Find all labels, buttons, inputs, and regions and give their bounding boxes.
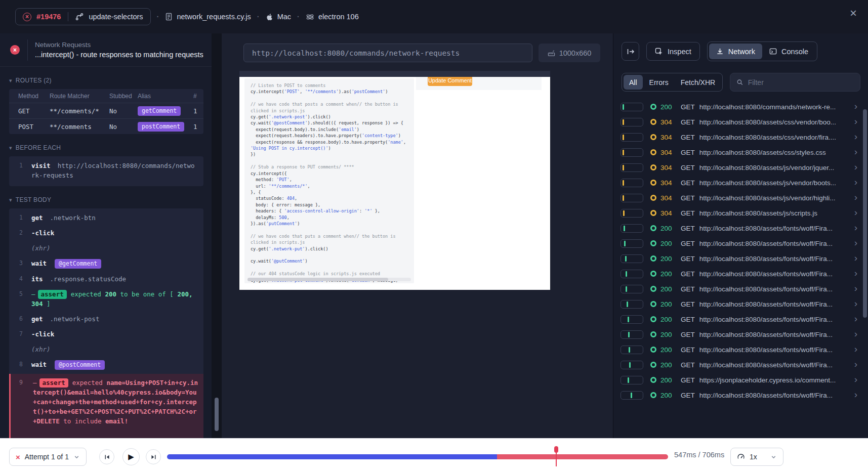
command-row[interactable]: 3 wait@getComment [9,256,203,272]
network-request-row[interactable]: 304 GET http://localhost:8080/assets/css… [613,114,861,130]
collapse-panel-button[interactable] [622,42,639,61]
network-request-row[interactable]: 304 GET http://localhost:8080/assets/js/… [613,205,861,221]
network-request-row[interactable]: 304 GET http://localhost:8080/assets/css… [613,130,861,145]
command-row[interactable]: 4 its.response.statusCode [9,272,203,287]
network-request-row[interactable]: 200 GET http://localhost:8080/assets/fon… [613,281,861,296]
devtools-scrollbar-thumb[interactable] [863,109,867,318]
timeline-marker[interactable] [556,446,557,466]
command-assert-failed[interactable]: 9 –assertexpected name=Using+POST+in+cy.… [9,374,203,438]
network-request-row[interactable]: 304 GET http://localhost:8080/assets/js/… [613,190,861,205]
timeline-progress [167,454,497,459]
routes-section-header[interactable]: ▾ ROUTES (2) [9,77,212,84]
command-event-row[interactable]: (xhr) [9,342,203,357]
command-row[interactable]: 6 get.network-post [9,312,203,327]
filter-tab-fetchxhr[interactable]: Fetch/XHR [675,75,721,90]
network-request-row[interactable]: 200 GET http://localhost:8080/assets/fon… [613,327,861,342]
request-timing-bar [621,239,643,248]
request-status-icon [650,134,656,140]
chevron-down-icon: ▾ [9,197,12,203]
request-url: http://localhost:8080/assets/js/scripts.… [699,209,851,217]
route-row[interactable]: GET **/comments/* No getComment 1 [9,103,203,118]
request-timing-bar [621,209,643,218]
command-row[interactable]: 7 -click [9,327,203,342]
skip-to-end-button[interactable] [146,449,161,464]
divider [68,12,68,21]
network-request-row[interactable]: 304 GET http://localhost:8080/assets/js/… [613,175,861,190]
close-button[interactable]: × [850,7,857,19]
network-request-row[interactable]: 200 GET http://localhost:8080/assets/fon… [613,387,861,403]
assert-badge: assert [38,290,67,299]
command-assert-passed[interactable]: 5 –assertexpected 200 to be one of [ 200… [9,287,203,312]
request-status: 200 [660,361,679,369]
command-row[interactable]: 8 wait@postComment [9,357,203,373]
request-timing-bar [621,391,643,400]
network-filter-tabs: AllErrorsFetch/XHR [622,73,723,92]
network-request-row[interactable]: 200 GET http://localhost:8080/assets/fon… [613,296,861,312]
request-timing-bar [621,285,643,293]
timeline-scrubber[interactable] [167,454,668,459]
network-request-row[interactable]: 200 GET http://localhost:8080/assets/fon… [613,221,861,236]
playback-speed-selector[interactable]: 1x [730,448,783,466]
scrollbar-thumb[interactable] [215,398,219,431]
network-request-row[interactable]: 200 GET http://localhost:8080/assets/fon… [613,342,861,357]
request-method: GET [681,376,695,384]
command-row[interactable]: 2 -click [9,226,203,241]
console-icon [769,48,777,55]
filter-tab-all[interactable]: All [624,75,643,90]
tab-console[interactable]: Console [762,44,815,59]
command-event-row[interactable]: (xhr) [9,241,203,256]
inspect-button[interactable]: Inspect [646,42,700,61]
chevron-right-icon: › [854,389,857,400]
chevron-right-icon: › [854,192,857,203]
scrollbar-thumb[interactable] [247,278,388,281]
request-timing-bar [621,194,643,202]
alias-badge: @getComment [55,259,101,269]
run-info-pill[interactable]: × #19476 update-selectors [15,8,151,25]
network-request-row[interactable]: 200 GET http://localhost:8080/assets/fon… [613,236,861,251]
routes-table-header: MethodRoute MatcherStubbedAlias# [9,89,203,103]
chevron-right-icon: › [854,131,857,142]
request-status: 304 [660,179,679,187]
request-timing-bar [621,346,643,354]
code-horizontal-scrollbar[interactable] [247,278,411,281]
command-row[interactable]: 1 visithttp://localhost:8080/commands/ne… [9,158,203,183]
network-request-row[interactable]: 304 GET http://localhost:8080/assets/css… [613,145,861,160]
filter-tab-errors[interactable]: Errors [644,75,674,90]
aut-url-input[interactable] [243,44,532,62]
chevron-right-icon: › [854,268,857,279]
request-status-icon [650,240,656,246]
chevron-right-icon: › [854,374,857,385]
attempt-failed-icon: × [16,453,20,461]
request-url: http://localhost:8080/assets/fonts/woff/… [699,255,851,263]
command-row[interactable]: 1 get.network-btn [9,210,203,226]
test-body-section-header[interactable]: ▾ TEST BODY [9,196,212,203]
network-request-row[interactable]: 200 GET http://localhost:8080/assets/fon… [613,251,861,266]
tab-network[interactable]: Network [709,44,762,59]
network-request-row[interactable]: 200 GET http://localhost:8080/commands/n… [613,99,861,114]
spec-file-item[interactable]: network_requests.cy.js [165,13,251,21]
skip-to-start-button[interactable] [99,449,114,464]
reporter-scrollbar[interactable] [212,33,222,438]
network-request-row[interactable]: 200 GET http://localhost:8080/assets/fon… [613,312,861,327]
network-request-row[interactable]: 200 GET http://localhost:8080/assets/fon… [613,266,861,281]
viewport-size: 1000x660 [559,49,592,57]
chevron-right-icon: › [854,146,857,157]
routes-table: MethodRoute MatcherStubbedAlias# GET **/… [9,89,203,134]
chevron-right-icon: › [854,161,857,173]
before-each-section-header[interactable]: ▾ BEFORE EACH [9,144,212,151]
speed-label: 1x [750,453,757,461]
filter-field[interactable] [730,73,860,92]
play-button[interactable]: ▶ [122,448,140,465]
network-request-row[interactable]: 200 GET https://jsonplaceholder.cypress.… [613,372,861,387]
request-timing-bar [621,224,643,233]
timeline-marker-knob[interactable] [554,446,558,453]
network-request-row[interactable]: 304 GET http://localhost:8080/assets/js/… [613,160,861,175]
request-status: 304 [660,149,679,156]
aut-navbar [239,71,550,77]
route-row[interactable]: POST **/comments No postComment 1 [9,118,203,134]
filter-input[interactable] [748,78,854,87]
request-method: GET [681,346,695,354]
attempt-selector[interactable]: × Attempt 1 of 1 [9,448,87,466]
network-request-row[interactable]: 200 GET http://localhost:8080/assets/fon… [613,357,861,372]
request-url: http://localhost:8080/commands/network-r… [699,103,851,111]
